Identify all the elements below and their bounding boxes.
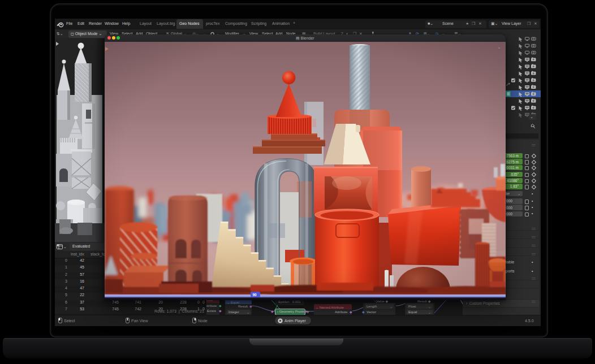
svg-text:⌄: ⌄ <box>497 45 501 50</box>
